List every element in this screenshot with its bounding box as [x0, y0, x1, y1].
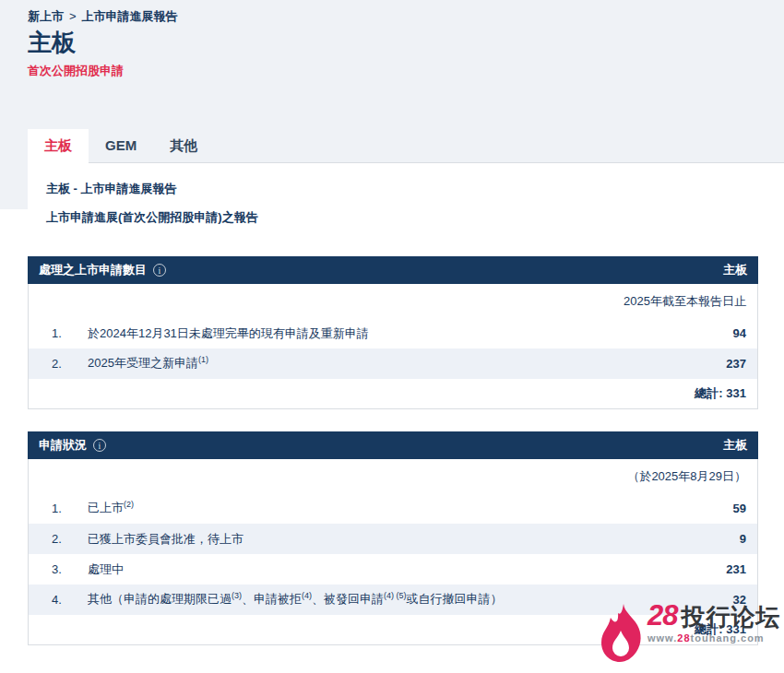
breadcrumb-separator: > [69, 9, 77, 23]
board-label: 主板 [723, 262, 747, 278]
table-rows: 1. 已上市(2) 59 2. 已獲上市委員會批准，待上市 9 3. 處理中 2… [29, 493, 757, 615]
board-label: 主板 [723, 437, 747, 454]
breadcrumb-link-new-listings[interactable]: 新上市 [28, 9, 64, 23]
table-title: 處理之上市申請數目 [39, 262, 147, 278]
tab-gem[interactable]: GEM [89, 129, 153, 162]
table-title: 申請狀況 [39, 437, 87, 454]
info-icon[interactable]: i [153, 264, 166, 277]
row-number: 2. [29, 357, 65, 371]
row-label: 已上市(2) [65, 500, 733, 516]
row-value: 9 [740, 532, 757, 546]
row-value: 94 [733, 326, 757, 340]
table-row: 1. 已上市(2) 59 [29, 493, 757, 524]
table-row: 1. 於2024年12月31日未處理完畢的現有申請及重新申請 94 [29, 318, 757, 348]
row-number: 4. [29, 593, 65, 607]
row-number: 3. [29, 562, 65, 576]
breadcrumb: 新上市>上市申請進展報告 [28, 8, 178, 25]
table-rows: 1. 於2024年12月31日未處理完畢的現有申請及重新申請 94 2. 202… [29, 318, 757, 379]
total-label: 總計: [695, 386, 722, 400]
applications-processed-table: 處理之上市申請數目 i 主板 2025年截至本報告日止 1. 於2024年12月… [28, 256, 758, 409]
ipo-applications-link[interactable]: 首次公開招股申請 [28, 63, 124, 79]
table-row: 2. 2025年受理之新申請(1) 237 [29, 348, 757, 379]
row-label: 處理中 [65, 561, 726, 578]
row-label: 於2024年12月31日未處理完畢的現有申請及重新申請 [65, 325, 733, 342]
row-value: 237 [726, 357, 757, 371]
row-label: 已獲上市委員會批准，待上市 [65, 531, 740, 548]
row-number: 2. [29, 532, 65, 546]
watermark-logo: 28 投行论坛 www.28touhang.com [598, 599, 773, 664]
row-number: 1. [29, 502, 65, 515]
watermark-brand-number: 28 [647, 599, 677, 632]
total-row: 總計: 331 [29, 379, 757, 408]
table-row: 3. 處理中 231 [29, 554, 757, 584]
total-value: 331 [726, 386, 746, 400]
content-subheading: 上市申請進展(首次公開招股申請)之報告 [46, 209, 258, 226]
content-heading: 主板 - 上市申請進展報告 [46, 181, 177, 197]
breadcrumb-link-progress-report[interactable]: 上市申請進展報告 [82, 9, 178, 23]
row-label: 2025年受理之新申請(1) [65, 355, 726, 372]
table-body: 2025年截至本報告日止 1. 於2024年12月31日未處理完畢的現有申請及重… [28, 284, 758, 409]
info-icon[interactable]: i [93, 439, 106, 452]
row-value: 231 [726, 562, 757, 576]
row-value: 59 [733, 502, 757, 515]
board-tabbar: 主板 GEM 其他 [28, 129, 784, 163]
watermark-text: 28 投行论坛 www.28touhang.com [647, 599, 780, 643]
period-label: （於2025年8月29日） [29, 459, 757, 493]
tab-main-board[interactable]: 主板 [28, 129, 89, 164]
watermark-brand: 28 投行论坛 [647, 599, 780, 633]
page-title: 主板 [28, 27, 76, 59]
table-row: 2. 已獲上市委員會批准，待上市 9 [29, 524, 757, 554]
period-label: 2025年截至本報告日止 [29, 284, 757, 318]
table-header: 處理之上市申請數目 i 主板 [28, 256, 758, 284]
tab-content-panel: 主板 - 上市申請進展報告 上市申請進展(首次公開招股申請)之報告 [28, 163, 784, 246]
watermark-url: www.28touhang.com [647, 632, 780, 643]
flame-icon [598, 603, 646, 664]
row-number: 1. [29, 326, 65, 340]
tab-other[interactable]: 其他 [153, 129, 214, 162]
table-header: 申請狀況 i 主板 [28, 431, 758, 459]
watermark-brand-name: 投行论坛 [681, 601, 780, 633]
